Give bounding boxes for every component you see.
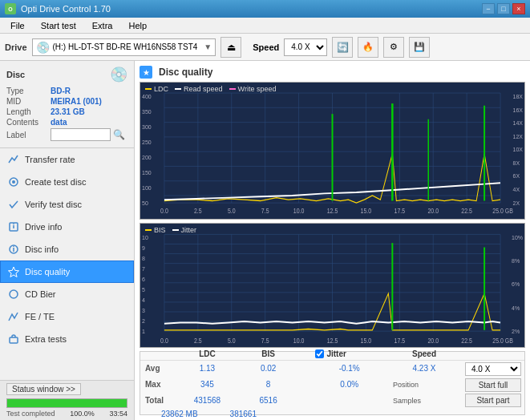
- create-disc-icon: [7, 176, 20, 188]
- length-value: 23.31 GB: [51, 107, 85, 116]
- progress-percent: 100.0%: [70, 410, 95, 418]
- chart2-svg: 0.0 2.5 5.0 7.5 10.0 12.5 15.0 17.5 20.0…: [140, 224, 524, 347]
- svg-text:15.0: 15.0: [361, 207, 372, 215]
- avg-speed: 4.23 X: [388, 360, 460, 377]
- nav-extra-tests[interactable]: Extra tests: [0, 328, 134, 350]
- stats-row-avg: Avg 1.13 0.02 -0.1% 4.23 X 4.0 X Start f…: [140, 360, 524, 377]
- elapsed-time: 33:54: [109, 410, 127, 418]
- length-label: Length: [6, 107, 51, 116]
- menu-help[interactable]: Help: [121, 18, 154, 33]
- svg-marker-8: [9, 267, 19, 277]
- svg-text:17.5: 17.5: [394, 207, 406, 215]
- speed-label: Speed: [253, 42, 279, 52]
- svg-text:0.0: 0.0: [160, 207, 168, 215]
- bis-legend-label: BIS: [154, 226, 166, 234]
- panel-title: Disc quality: [159, 67, 212, 78]
- app-icon: O: [5, 3, 16, 14]
- total-ldc: 431568: [172, 393, 242, 409]
- panel-icon: ★: [140, 66, 152, 79]
- panel-header: ★ Disc quality: [140, 66, 525, 79]
- svg-text:2.5: 2.5: [194, 337, 202, 345]
- disc-section-title: Disc: [6, 70, 25, 79]
- app-title: Opti Drive Control 1.70: [21, 4, 111, 14]
- verify-icon: [7, 198, 20, 211]
- contents-label: Contents: [6, 118, 51, 127]
- nav-verify-test-disc[interactable]: Verify test disc: [0, 193, 134, 216]
- chart1-svg: 0.0 2.5 5.0 7.5 10.0 12.5 15.0 17.5 20.0…: [140, 83, 524, 219]
- total-label: Total: [140, 393, 172, 409]
- contents-value: data: [51, 118, 67, 127]
- svg-text:0.0: 0.0: [160, 337, 168, 345]
- menu-file[interactable]: File: [3, 18, 32, 33]
- nav-drive-info[interactable]: Drive info: [0, 216, 134, 238]
- nav-disc-quality[interactable]: Disc quality: [0, 260, 134, 283]
- nav-fe-te[interactable]: FE / TE: [0, 305, 134, 328]
- svg-text:25.0 GB: 25.0 GB: [492, 337, 513, 345]
- stats-panel: LDC BIS Jitter Speed: [140, 351, 525, 415]
- stats-header-speed: Speed: [388, 348, 460, 361]
- burn-button[interactable]: 🔥: [358, 37, 378, 58]
- cd-bier-icon: [7, 288, 20, 301]
- menu-extra[interactable]: Extra: [85, 18, 120, 33]
- start-part-button[interactable]: Start part: [465, 394, 521, 407]
- chart1-legend: LDC Read speed Write speed: [145, 85, 276, 93]
- status-window-button[interactable]: Status window >>: [6, 383, 81, 395]
- minimize-button[interactable]: −: [482, 3, 495, 14]
- speed-display-select[interactable]: 4.0 X: [465, 362, 521, 376]
- type-label: Type: [6, 87, 51, 95]
- drive-info-icon: [7, 220, 20, 233]
- max-ldc: 345: [172, 377, 242, 393]
- status-bar: Status window >> Test completed 100.0% 3…: [0, 380, 134, 420]
- chart2-legend: BIS Jitter: [145, 226, 196, 234]
- samples-value: 381661: [230, 410, 257, 418]
- total-bis: 6516: [242, 393, 295, 409]
- nav-cd-bier[interactable]: CD Bier: [0, 283, 134, 305]
- jitter-legend-label: Jitter: [181, 226, 197, 234]
- disc-label-label: Label: [6, 131, 51, 139]
- label-input[interactable]: [51, 128, 111, 141]
- completed-text: Test completed: [6, 410, 55, 418]
- speed-select[interactable]: 4.0 X: [284, 38, 327, 56]
- chart-bis: BIS Jitter 10% 8% 6% 4% 2% 1: [140, 223, 525, 348]
- menu-bar: File Start test Extra Help: [0, 18, 530, 34]
- nav-create-test-disc[interactable]: Create test disc: [0, 171, 134, 193]
- svg-text:22.5: 22.5: [461, 337, 472, 345]
- max-label: Max: [140, 377, 172, 393]
- drive-selector[interactable]: 💿 (H:) HL-DT-ST BD-RE WH16NS58 TST4 ▼: [32, 38, 216, 56]
- right-panel: ★ Disc quality LDC Read speed: [135, 61, 530, 420]
- drive-value: (H:) HL-DT-ST BD-RE WH16NS58 TST4: [53, 42, 198, 51]
- chart1-y-right: 18X 16X 14X 12X 10X 8X 6X 4X 2X: [513, 94, 523, 206]
- stats-table: LDC BIS Jitter Speed: [140, 348, 524, 409]
- position-samples-row: 23862 MB 381661: [140, 409, 524, 419]
- extra-tests-icon: [7, 333, 20, 345]
- stats-header-ldc: LDC: [172, 348, 242, 361]
- mid-label: MID: [6, 97, 51, 106]
- nav-transfer-rate[interactable]: Transfer rate: [0, 148, 134, 171]
- svg-rect-10: [10, 337, 18, 343]
- eject-button[interactable]: ⏏: [220, 37, 241, 58]
- svg-point-9: [10, 290, 18, 298]
- close-button[interactable]: ×: [512, 3, 525, 14]
- chart-ldc: LDC Read speed Write speed 18X 16X 14X: [140, 82, 525, 220]
- ldc-legend-label: LDC: [154, 85, 168, 93]
- refresh-button[interactable]: 🔄: [332, 37, 353, 58]
- svg-text:10.0: 10.0: [293, 207, 305, 215]
- svg-text:12.5: 12.5: [327, 207, 338, 215]
- label-search-icon[interactable]: 🔍: [113, 129, 125, 140]
- chart2-y-left: 10 9 8 7 6 5 4 3 2 1: [142, 235, 148, 334]
- nav-disc-info[interactable]: Disc info: [0, 238, 134, 260]
- svg-text:22.5: 22.5: [461, 207, 472, 215]
- fe-te-icon: [7, 310, 20, 323]
- maximize-button[interactable]: □: [497, 3, 510, 14]
- type-value: BD-R: [51, 87, 71, 95]
- menu-start-test[interactable]: Start test: [34, 18, 83, 33]
- svg-text:2.5: 2.5: [194, 207, 202, 215]
- nav-items: Transfer rate Create test disc Verify te…: [0, 148, 134, 380]
- jitter-checkbox[interactable]: [315, 349, 324, 358]
- save-button[interactable]: 💾: [409, 37, 430, 58]
- mid-value: MEIRA1 (001): [51, 97, 102, 106]
- start-full-button[interactable]: Start full: [465, 378, 521, 392]
- drive-label: Drive: [5, 42, 27, 52]
- settings-button[interactable]: ⚙: [383, 37, 404, 58]
- disc-quality-icon: [7, 265, 20, 278]
